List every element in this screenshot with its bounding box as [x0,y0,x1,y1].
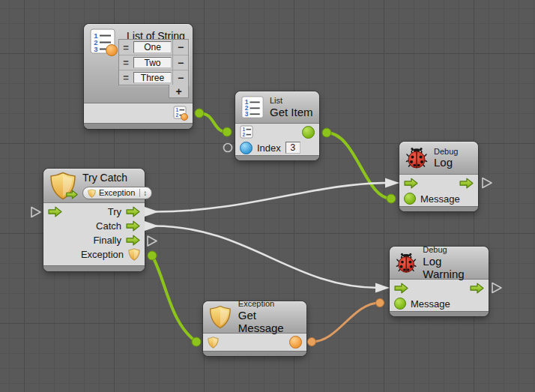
dropdown-arrows-icon: ↕ [143,190,147,197]
node-debug-log[interactable]: Debug Log Message [399,142,478,211]
index-label: Index [257,142,281,154]
flow-output-port[interactable] [470,283,484,294]
shield-flow-icon [49,172,78,200]
node-get-item[interactable]: List Get Item Index 3 [235,91,319,160]
node-title: Get Item [270,106,313,118]
dropdown-value: Exception [99,188,135,198]
flow-input-port[interactable] [394,283,408,294]
list-item-field[interactable]: One [133,41,172,53]
finally-label: Finally [93,235,121,246]
node-title: Log [434,156,458,169]
shield-icon [88,189,96,198]
item-output-port[interactable] [302,126,315,139]
node-category: Exception [238,299,300,309]
list-input-port[interactable] [240,125,253,139]
list-item-row: = One − [119,40,188,55]
wire-list-to-getitem[interactable] [195,109,232,136]
exception-input-port[interactable] [208,337,219,349]
port-logwarning-exit-unconnected[interactable] [492,283,501,293]
node-title: Try Catch [82,172,152,184]
list-editor: = One − = Two − = Three − [118,39,189,85]
node-get-message[interactable]: Exception Get Message [203,301,306,356]
node-category: Debug [434,147,458,157]
port-index-unconnected[interactable] [224,144,232,152]
shield-icon [209,304,232,330]
drag-handle-icon[interactable]: = [119,70,133,85]
port-log-exit-unconnected[interactable] [483,178,492,188]
wire-try-to-log[interactable] [145,178,399,217]
index-field[interactable]: 3 [285,142,300,154]
remove-item-button[interactable]: − [172,70,188,85]
index-input-port[interactable] [240,142,253,154]
flow-input-port[interactable] [404,178,418,189]
message-input-port[interactable] [404,193,416,205]
ladybug-icon [396,252,417,274]
remove-item-button[interactable]: − [172,40,188,55]
catch-label: Catch [96,220,121,232]
drag-handle-icon[interactable]: = [119,55,133,70]
wire-getmessage-to-logwarning-message[interactable] [308,299,384,346]
catch-output-port[interactable] [126,220,140,232]
finally-output-port[interactable] [126,235,140,246]
wire-getitem-to-log-message[interactable] [322,128,396,203]
wire-catch-to-logwarning[interactable] [145,221,390,293]
list-item-field[interactable]: Two [133,57,172,68]
node-try-catch[interactable]: Try Catch Exception ↕ Try Catch [43,169,145,271]
port-finally-unconnected[interactable] [148,236,157,246]
node-category: List [270,96,313,106]
exception-type-dropdown[interactable]: Exception ↕ [82,187,152,199]
list-item-field[interactable]: Three [133,72,172,83]
list-icon [241,96,264,118]
dropdown-divider [139,189,140,197]
message-label: Message [411,298,450,310]
graph-canvas[interactable]: 1 2 3 1 2 List of String [0,0,535,392]
remove-item-button[interactable]: − [172,55,188,70]
drag-handle-icon[interactable]: = [119,40,133,55]
message-label: Message [420,193,460,205]
ladybug-icon [405,147,428,169]
add-item-button[interactable]: + [169,85,189,98]
message-input-port[interactable] [394,298,406,310]
node-title: Get Message [238,309,300,335]
exception-label: Exception [81,249,124,260]
flow-output-port[interactable] [459,178,474,189]
list-output-port[interactable] [173,106,188,121]
wire-exception-to-getmessage[interactable] [148,251,201,346]
node-category: Debug [423,245,483,255]
message-output-port[interactable] [289,336,302,349]
node-list-of-string[interactable]: List of String = One − = Two − = Three − [84,24,193,129]
list-item-row: = Two − [119,55,188,70]
node-debug-log-warning[interactable]: Debug Log Warning Message [390,247,489,316]
exception-output-port[interactable] [128,248,140,261]
list-variable-icon [90,28,115,54]
flow-input-port[interactable] [48,206,62,217]
try-label: Try [108,206,121,217]
port-trycatch-enter-unconnected[interactable] [31,208,40,217]
list-item-row: = Three − [119,70,188,85]
try-output-port[interactable] [126,206,140,217]
node-title: Log Warning [423,255,483,281]
